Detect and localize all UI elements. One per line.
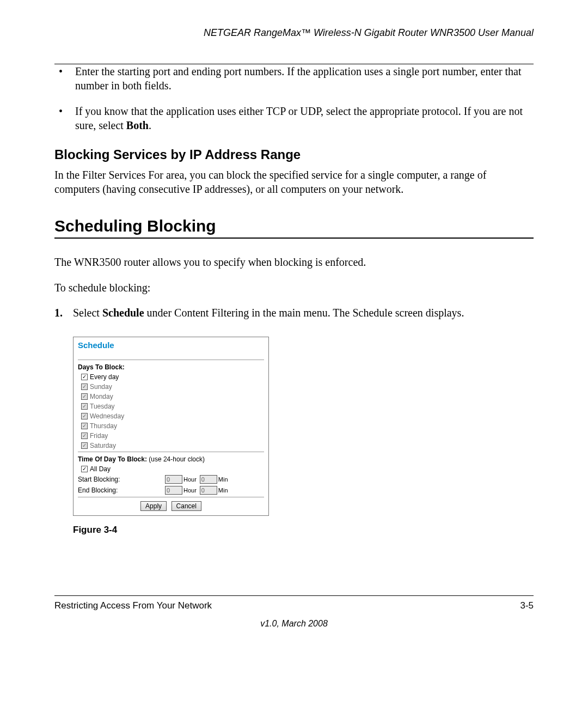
paragraph-1: The WNR3500 router allows you to specify… bbox=[54, 255, 534, 269]
schedule-panel: Schedule Days To Block: ✓ Every day ✓ Su… bbox=[73, 337, 269, 516]
checkbox-sunday: ✓ Sunday bbox=[81, 383, 264, 391]
start-hour-input[interactable]: 0 bbox=[165, 475, 182, 484]
figure-caption: Figure 3-4 bbox=[73, 525, 534, 535]
checkbox-friday: ✓ Friday bbox=[81, 432, 264, 440]
page-footer: Restricting Access From Your Network 3-5… bbox=[54, 595, 534, 629]
checkbox-wednesday: ✓ Wednesday bbox=[81, 412, 264, 420]
checkbox-icon: ✓ bbox=[81, 403, 88, 410]
header-title: NETGEAR RangeMax™ Wireless-N Gigabit Rou… bbox=[204, 27, 534, 38]
checkbox-icon: ✓ bbox=[81, 433, 88, 439]
footer-page-number: 3-5 bbox=[520, 600, 534, 611]
checkbox-every-day[interactable]: ✓ Every day bbox=[81, 373, 264, 381]
start-blocking-row: Start Blocking: 0 Hour 0 Min bbox=[78, 475, 264, 484]
checkbox-icon: ✓ bbox=[81, 466, 88, 472]
cancel-button[interactable]: Cancel bbox=[171, 501, 201, 511]
bullet-list: Enter the starting port and ending port … bbox=[54, 64, 534, 133]
time-of-day-label: Time Of Day To Block: (use 24-hour clock… bbox=[78, 455, 264, 463]
checkbox-icon: ✓ bbox=[81, 384, 88, 390]
sub-paragraph: In the Filter Services For area, you can… bbox=[54, 168, 534, 197]
start-min-input[interactable]: 0 bbox=[200, 475, 217, 484]
step-1: 1. Select Schedule under Content Filteri… bbox=[54, 306, 534, 320]
checkbox-all-day[interactable]: ✓ All Day bbox=[81, 465, 264, 473]
panel-divider bbox=[78, 497, 264, 497]
page-header: NETGEAR RangeMax™ Wireless-N Gigabit Rou… bbox=[54, 27, 534, 42]
bullet-item: Enter the starting port and ending port … bbox=[54, 64, 534, 93]
panel-divider bbox=[78, 452, 264, 452]
subheading-blocking-services: Blocking Services by IP Address Range bbox=[54, 147, 534, 162]
checkbox-icon: ✓ bbox=[81, 393, 88, 400]
numbered-list: 1. Select Schedule under Content Filteri… bbox=[54, 306, 534, 320]
end-blocking-row: End Blocking: 0 Hour 0 Min bbox=[78, 486, 264, 495]
panel-title: Schedule bbox=[78, 340, 264, 350]
checkbox-thursday: ✓ Thursday bbox=[81, 422, 264, 430]
checkbox-icon: ✓ bbox=[81, 442, 88, 449]
footer-rule bbox=[54, 595, 534, 596]
end-min-input[interactable]: 0 bbox=[200, 486, 217, 495]
checkbox-icon: ✓ bbox=[81, 374, 88, 380]
button-row: Apply Cancel bbox=[78, 501, 264, 511]
checkbox-icon: ✓ bbox=[81, 423, 88, 429]
panel-divider bbox=[78, 360, 264, 360]
days-to-block-label: Days To Block: bbox=[78, 363, 264, 371]
checkbox-tuesday: ✓ Tuesday bbox=[81, 403, 264, 410]
checkbox-monday: ✓ Monday bbox=[81, 393, 264, 400]
checkbox-icon: ✓ bbox=[81, 413, 88, 419]
end-hour-input[interactable]: 0 bbox=[165, 486, 182, 495]
schedule-screenshot: Schedule Days To Block: ✓ Every day ✓ Su… bbox=[73, 337, 534, 516]
apply-button[interactable]: Apply bbox=[140, 501, 167, 511]
checkbox-saturday: ✓ Saturday bbox=[81, 442, 264, 449]
bullet-item: If you know that the application uses ei… bbox=[54, 104, 534, 133]
paragraph-2: To schedule blocking: bbox=[54, 281, 534, 295]
section-heading-scheduling: Scheduling Blocking bbox=[54, 217, 534, 235]
section-rule bbox=[54, 238, 534, 239]
footer-version: v1.0, March 2008 bbox=[54, 619, 534, 629]
footer-left: Restricting Access From Your Network bbox=[54, 600, 212, 611]
